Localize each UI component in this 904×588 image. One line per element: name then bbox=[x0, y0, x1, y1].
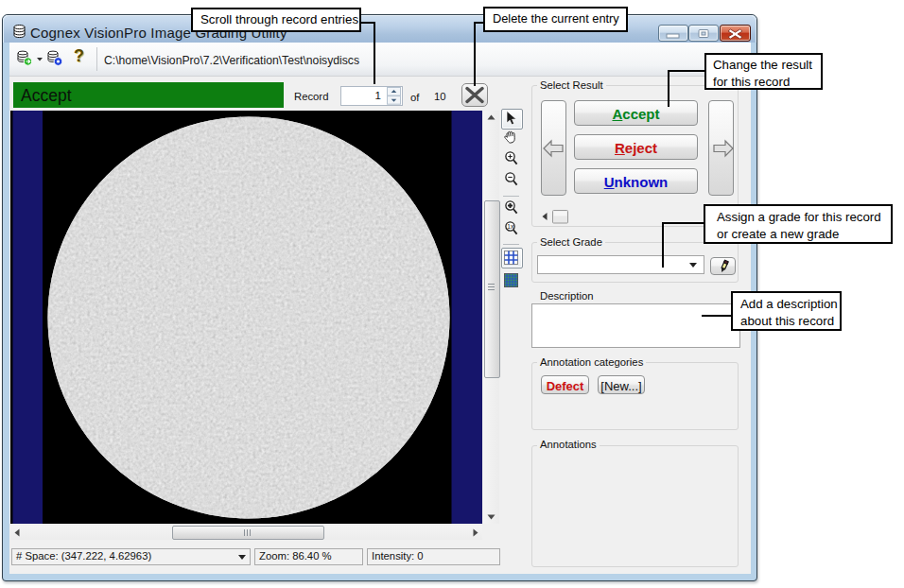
svg-text:1x: 1x bbox=[507, 223, 514, 230]
